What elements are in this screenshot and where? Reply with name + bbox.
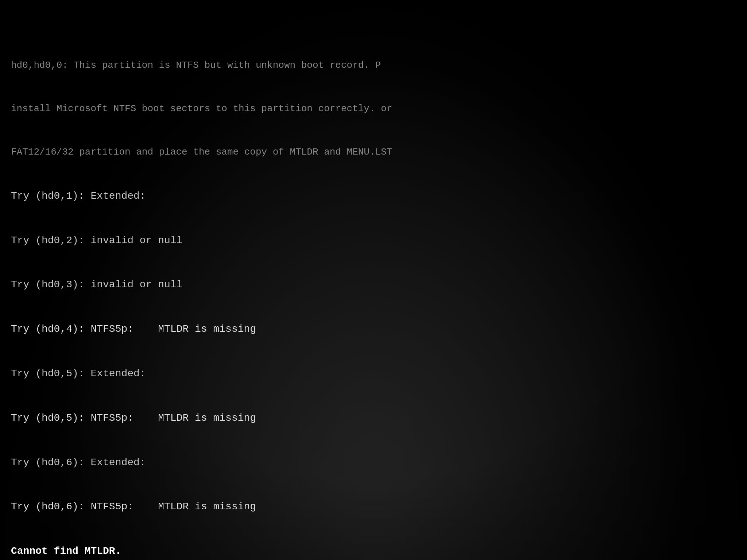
terminal-line-1: hd0,hd0,0: This partition is NTFS but wi… [11,59,747,73]
terminal-line-8: Try (hd0,5): Extended: [11,366,747,381]
terminal-line-2: install Microsoft NTFS boot sectors to t… [11,102,747,116]
terminal-line-3: FAT12/16/32 partition and place the same… [11,145,747,159]
terminal-line-5: Try (hd0,2): invalid or null [11,233,747,248]
screen: hd0,hd0,0: This partition is NTFS but wi… [0,0,747,560]
terminal-line-11: Try (hd0,6): NTFS5p: MTLDR is missing [11,499,747,514]
terminal-line-4: Try (hd0,1): Extended: [11,189,747,204]
terminal-line-7: Try (hd0,4): NTFS5p: MTLDR is missing [11,322,747,337]
terminal-output: hd0,hd0,0: This partition is NTFS but wi… [11,29,747,560]
terminal-line-6: Try (hd0,3): invalid or null [11,277,747,292]
terminal-line-12: Cannot find MTLDR. [11,544,747,559]
terminal-line-10: Try (hd0,6): Extended: [11,455,747,470]
terminal-line-9: Try (hd0,5): NTFS5p: MTLDR is missing [11,411,747,426]
